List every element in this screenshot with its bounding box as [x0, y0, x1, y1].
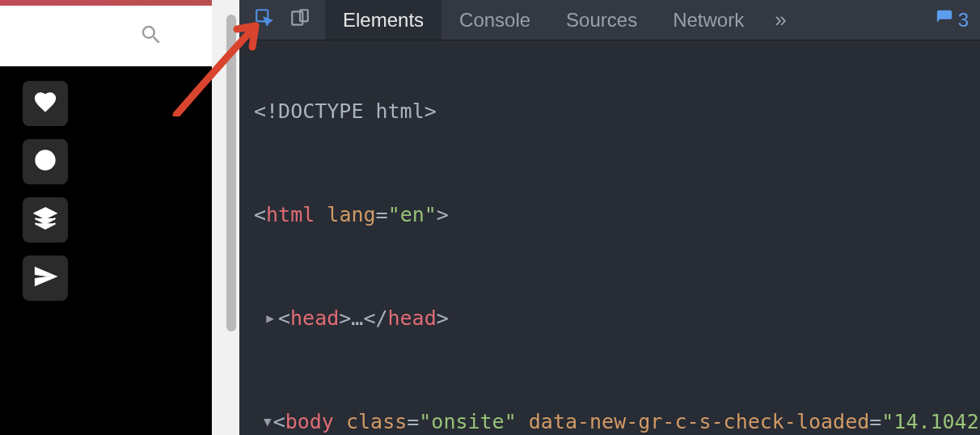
dom-attr: lang [327, 202, 375, 228]
chat-icon [936, 9, 953, 32]
app-sidebar [0, 0, 212, 435]
dom-punct: > [437, 306, 449, 332]
send-button[interactable] [23, 256, 68, 301]
scrollbar-thumb[interactable] [226, 15, 236, 332]
inspect-element-icon[interactable] [254, 7, 275, 33]
heart-icon [33, 90, 57, 117]
devtools-tabs: Elements Console Sources Network [325, 0, 762, 40]
tab-elements[interactable]: Elements [325, 0, 441, 40]
clock-icon [33, 148, 57, 175]
dom-tree[interactable]: <!DOCTYPE html> <html lang="en"> ▶<head>… [239, 40, 980, 435]
tab-console[interactable]: Console [441, 0, 548, 40]
tab-sources[interactable]: Sources [548, 0, 655, 40]
dom-val: "en" [388, 202, 437, 228]
search-bar[interactable] [0, 6, 212, 66]
search-icon [139, 23, 163, 50]
dom-ellipsis: … [351, 306, 363, 332]
layers-icon [33, 206, 57, 234]
layers-button[interactable] [23, 197, 68, 243]
dom-punct: > [339, 306, 351, 332]
dom-tag: body [285, 409, 334, 435]
top-border-stripe [0, 0, 212, 6]
messages-count: 3 [958, 9, 969, 32]
devtools-toolbar: Elements Console Sources Network » 3 [239, 0, 980, 40]
tabs-overflow-button[interactable]: » [762, 0, 799, 40]
sidebar-icon-stack [23, 81, 68, 301]
dom-punct: </ [363, 306, 387, 332]
svg-rect-3 [292, 11, 302, 24]
dom-punct: < [278, 306, 290, 332]
dom-punct: > [437, 202, 449, 228]
paper-plane-icon [33, 264, 57, 292]
messages-badge[interactable]: 3 [924, 0, 980, 40]
favorites-button[interactable] [23, 81, 68, 126]
dom-tag: head [388, 306, 437, 332]
dom-punct: < [273, 409, 285, 435]
dom-val: "onsite" [419, 409, 516, 435]
dom-tag: html [266, 202, 315, 228]
dom-tag: head [290, 306, 339, 332]
dom-line: <!DOCTYPE html> [254, 99, 437, 125]
dom-attr: class [346, 409, 407, 435]
device-toggle-icon[interactable] [289, 7, 310, 33]
dom-punct: < [254, 202, 266, 228]
collapse-arrow-icon[interactable]: ▼ [264, 409, 272, 435]
svg-marker-1 [36, 209, 56, 219]
expand-arrow-icon[interactable]: ▶ [264, 306, 277, 332]
tab-network[interactable]: Network [655, 0, 762, 40]
devtools-panel: Elements Console Sources Network » 3 <!D… [239, 0, 980, 435]
history-button[interactable] [23, 139, 68, 184]
dom-attr: data-new-gr-c-s-check-loaded [529, 409, 869, 435]
dom-val: "14.1042.0" [881, 409, 980, 435]
